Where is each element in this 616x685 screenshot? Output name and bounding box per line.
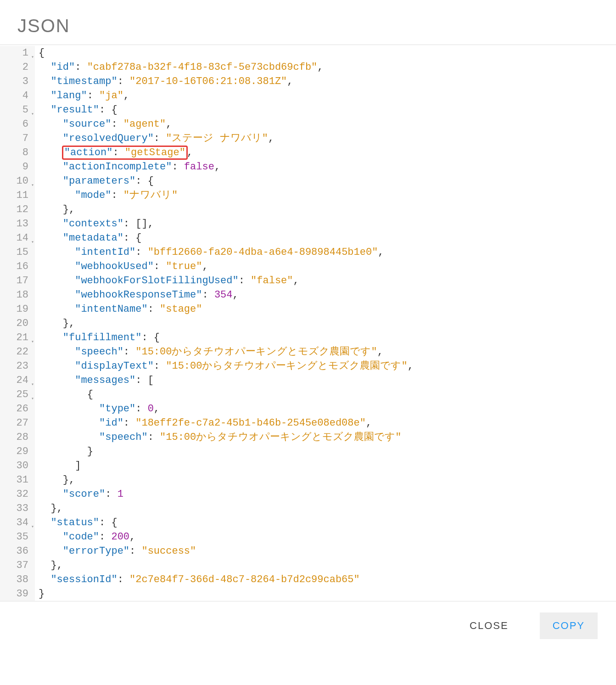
line-number: 37 [0, 558, 28, 573]
line-number: 24 [0, 373, 28, 387]
line-number: 35 [0, 530, 28, 544]
code-line: "lang": "ja", [39, 89, 616, 103]
code-line: "action": "getStage", [39, 146, 616, 160]
line-number: 5 [0, 103, 28, 117]
code-line: "score": 1 [39, 487, 616, 501]
code-line: "messages": [ [39, 373, 616, 387]
line-number: 25 [0, 387, 28, 402]
dialog-footer: CLOSE COPY [0, 601, 616, 657]
line-number: 12 [0, 202, 28, 217]
json-viewer-dialog: JSON 12345678910111213141516171819202122… [0, 0, 616, 657]
code-line: { [39, 46, 616, 60]
code-line: } [39, 587, 616, 601]
code-line: "actionIncomplete": false, [39, 160, 616, 174]
code-line: "resolvedQuery": "ステージ ナワバリ", [39, 131, 616, 146]
line-number: 14 [0, 231, 28, 245]
line-number: 4 [0, 89, 28, 103]
line-number: 16 [0, 259, 28, 274]
line-number: 34 [0, 516, 28, 530]
code-line: } [39, 444, 616, 459]
close-button[interactable]: CLOSE [457, 612, 521, 639]
line-number: 1 [0, 46, 28, 60]
line-number: 17 [0, 274, 28, 288]
line-number: 29 [0, 444, 28, 459]
line-number: 28 [0, 430, 28, 444]
code-line: "parameters": { [39, 174, 616, 188]
code-line: "webhookResponseTime": 354, [39, 288, 616, 302]
line-number: 22 [0, 345, 28, 359]
code-line: "type": 0, [39, 402, 616, 416]
line-number: 7 [0, 131, 28, 146]
line-number: 32 [0, 487, 28, 501]
code-line: ] [39, 459, 616, 473]
code-line: "id": "18eff2fe-c7a2-45b1-b46b-2545e08ed… [39, 416, 616, 430]
code-line: "source": "agent", [39, 117, 616, 131]
code-line: "fulfillment": { [39, 331, 616, 345]
code-line: "webhookForSlotFillingUsed": "false", [39, 274, 616, 288]
code-line: "errorType": "success" [39, 544, 616, 558]
code-line: "speech": "15:00からタチウオパーキングとモズク農園です", [39, 345, 616, 359]
line-number: 6 [0, 117, 28, 131]
line-number: 9 [0, 160, 28, 174]
line-number: 26 [0, 402, 28, 416]
copy-button[interactable]: COPY [540, 612, 598, 639]
code-line: "result": { [39, 103, 616, 117]
line-number: 30 [0, 459, 28, 473]
line-number: 15 [0, 245, 28, 259]
code-line: "sessionId": "2c7e84f7-366d-48c7-8264-b7… [39, 573, 616, 587]
line-number: 10 [0, 174, 28, 188]
code-line: }, [39, 473, 616, 487]
code-editor[interactable]: 1234567891011121314151617181920212223242… [0, 45, 616, 601]
code-line: "mode": "ナワバリ" [39, 188, 616, 202]
line-number: 13 [0, 217, 28, 231]
code-line: }, [39, 316, 616, 331]
code-line: "intentName": "stage" [39, 302, 616, 316]
line-number: 21 [0, 331, 28, 345]
code-line: }, [39, 202, 616, 217]
code-line: "id": "cabf278a-b32f-4f18-83cf-5e73cbd69… [39, 60, 616, 74]
code-line: "contexts": [], [39, 217, 616, 231]
code-line: "speech": "15:00からタチウオパーキングとモズク農園です" [39, 430, 616, 444]
code-line: "status": { [39, 516, 616, 530]
code-area[interactable]: { "id": "cabf278a-b32f-4f18-83cf-5e73cbd… [35, 46, 616, 601]
line-number: 8 [0, 146, 28, 160]
code-line: }, [39, 501, 616, 516]
code-line: "displayText": "15:00からタチウオパーキングとモズク農園です… [39, 359, 616, 373]
highlighted-action-line: "action": "getStage" [62, 146, 188, 160]
line-number: 11 [0, 188, 28, 202]
code-line: }, [39, 558, 616, 573]
line-number: 2 [0, 60, 28, 74]
line-number: 27 [0, 416, 28, 430]
line-number: 20 [0, 316, 28, 331]
code-line: { [39, 387, 616, 402]
line-number: 18 [0, 288, 28, 302]
line-number: 19 [0, 302, 28, 316]
code-line: "metadata": { [39, 231, 616, 245]
line-number: 33 [0, 501, 28, 516]
code-line: "timestamp": "2017-10-16T06:21:08.381Z", [39, 74, 616, 89]
line-number: 38 [0, 573, 28, 587]
line-number: 39 [0, 587, 28, 601]
line-number: 36 [0, 544, 28, 558]
dialog-title: JSON [0, 0, 616, 45]
line-number: 23 [0, 359, 28, 373]
code-line: "webhookUsed": "true", [39, 259, 616, 274]
line-number: 3 [0, 74, 28, 89]
line-number: 31 [0, 473, 28, 487]
line-gutter: 1234567891011121314151617181920212223242… [0, 46, 35, 601]
code-line: "intentId": "bff12660-fa20-4dba-a6e4-898… [39, 245, 616, 259]
code-line: "code": 200, [39, 530, 616, 544]
